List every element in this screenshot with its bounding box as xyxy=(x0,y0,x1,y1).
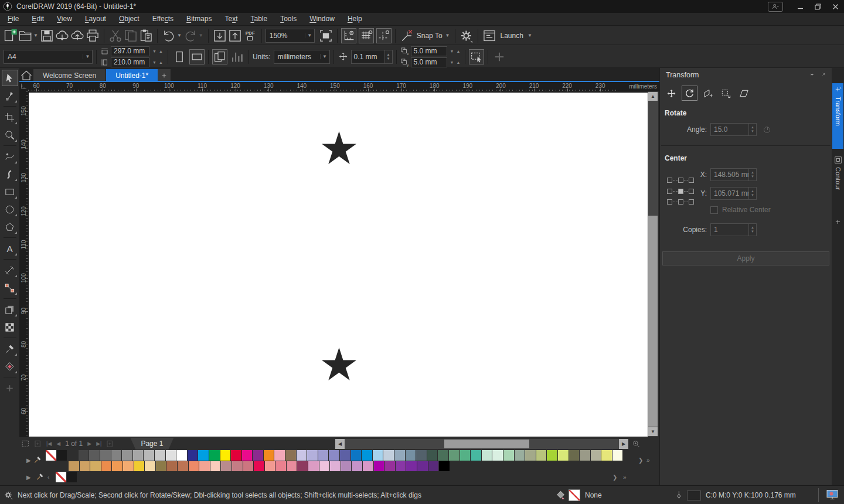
palette-swatch[interactable] xyxy=(394,450,405,461)
scroll-down-button[interactable]: ▼ xyxy=(648,427,658,436)
palette-swatch[interactable] xyxy=(297,450,307,461)
palette-swatch[interactable] xyxy=(275,461,286,472)
center-y-spinner[interactable]: ▲▼ xyxy=(749,187,757,200)
palette-swatch[interactable] xyxy=(189,461,199,472)
duplicate-x-spinner[interactable]: ▼▲ xyxy=(449,49,462,53)
palette-swatch[interactable] xyxy=(242,450,253,461)
palette-swatch[interactable] xyxy=(166,450,176,461)
palette-swatch[interactable] xyxy=(536,450,547,461)
scroll-left-button[interactable]: ◀ xyxy=(335,439,345,449)
menu-item-edit[interactable]: Edit xyxy=(25,13,50,25)
freehand-tool[interactable] xyxy=(2,148,18,165)
color-proof-monitor-icon[interactable] xyxy=(826,489,839,500)
add-tools[interactable] xyxy=(2,380,18,396)
palette-swatch[interactable] xyxy=(69,461,79,472)
cloud-download-button[interactable] xyxy=(55,28,70,43)
palette-swatch[interactable] xyxy=(274,450,285,461)
palette-swatch[interactable] xyxy=(591,450,601,461)
snap-to-dropdown[interactable]: ▼ xyxy=(445,33,450,38)
pick-tool[interactable] xyxy=(2,70,18,86)
palette-swatch[interactable] xyxy=(198,450,209,461)
mini-palette-expand-arrow[interactable]: » xyxy=(623,474,627,481)
palette-swatch[interactable] xyxy=(612,450,623,461)
palette-swatch[interactable] xyxy=(188,450,198,461)
show-guidelines-button[interactable] xyxy=(376,28,392,43)
snap-disable-button[interactable] xyxy=(399,28,414,43)
palette-swatch[interactable] xyxy=(166,461,177,472)
document-palette-swatch[interactable] xyxy=(67,472,77,482)
all-pages-button[interactable] xyxy=(212,49,227,64)
docker-close-icon[interactable] xyxy=(822,72,828,79)
restore-button[interactable] xyxy=(809,0,826,13)
anchor-point-grid[interactable] xyxy=(667,178,694,205)
palette-swatch[interactable] xyxy=(100,450,111,461)
center-x-spinner[interactable]: ▲▼ xyxy=(749,168,757,181)
ellipse-tool[interactable] xyxy=(2,201,18,217)
size-mode-button[interactable] xyxy=(718,86,734,101)
copies-spinner[interactable]: ▲▼ xyxy=(749,223,757,236)
center-y-input[interactable]: 105.071 mm xyxy=(710,187,749,200)
page-height-spinner[interactable]: ▼▲ xyxy=(151,60,164,64)
palette-swatch[interactable] xyxy=(178,461,188,472)
palette-swatch[interactable] xyxy=(265,461,275,472)
duplicate-x-input[interactable]: 5.0 mm xyxy=(411,46,447,56)
palette-swatch[interactable] xyxy=(383,450,394,461)
menu-item-view[interactable]: View xyxy=(50,13,79,25)
palette-swatch[interactable] xyxy=(439,461,450,472)
page-height-input[interactable]: 210.0 mm xyxy=(111,57,149,67)
palette-swatch[interactable] xyxy=(232,461,243,472)
palette-swatch[interactable] xyxy=(396,461,406,472)
palette-swatch[interactable] xyxy=(112,461,122,472)
palette-swatch[interactable] xyxy=(231,450,241,461)
fill-none-swatch[interactable] xyxy=(569,489,580,501)
palette-swatch[interactable] xyxy=(406,450,416,461)
palette-swatch[interactable] xyxy=(427,450,438,461)
units-combo[interactable]: millimeters ▼ xyxy=(274,50,330,64)
palette-next-arrow[interactable]: ❯ xyxy=(638,457,643,464)
mini-palette-arrow[interactable]: ▶ xyxy=(26,474,31,481)
palette-swatch[interactable] xyxy=(101,461,112,472)
minimize-button[interactable] xyxy=(791,0,809,13)
palette-swatch[interactable] xyxy=(330,461,341,472)
page-size-combo[interactable]: A4 ▼ xyxy=(4,50,93,64)
palette-swatch[interactable] xyxy=(122,450,132,461)
docker-tab-contour[interactable]: Contour xyxy=(832,154,843,212)
skew-mode-button[interactable] xyxy=(736,86,752,101)
redo-button[interactable] xyxy=(183,28,198,43)
undo-dropdown[interactable]: ▼ xyxy=(177,33,182,38)
interactive-fill-tool[interactable] xyxy=(2,358,18,374)
anchor-point[interactable] xyxy=(689,189,694,194)
zoom-tool[interactable] xyxy=(2,127,18,143)
palette-swatch[interactable] xyxy=(221,461,232,472)
palette-swatch[interactable] xyxy=(547,450,557,461)
zoom-to-fit-button[interactable] xyxy=(632,440,641,449)
transparency-tool[interactable] xyxy=(2,319,18,335)
show-rulers-button[interactable] xyxy=(341,28,356,43)
artistic-media-tool[interactable] xyxy=(2,166,18,182)
cut-button[interactable] xyxy=(108,28,123,43)
palette-scroll-arrow[interactable]: ▶ xyxy=(26,457,31,464)
customize-plus-button[interactable] xyxy=(492,49,507,64)
drop-shadow-tool[interactable] xyxy=(2,301,18,318)
mini-palette-eyedropper-icon[interactable] xyxy=(36,472,45,481)
palette-swatch[interactable] xyxy=(449,450,460,461)
palette-swatch[interactable] xyxy=(264,450,274,461)
palette-swatch[interactable] xyxy=(319,461,330,472)
fullscreen-preview-button[interactable] xyxy=(318,28,333,43)
palette-swatch[interactable] xyxy=(209,450,220,461)
anchor-point[interactable] xyxy=(678,199,683,205)
menu-item-bitmaps[interactable]: Bitmaps xyxy=(180,13,218,25)
menu-item-window[interactable]: Window xyxy=(303,13,341,25)
palette-swatch[interactable] xyxy=(243,461,254,472)
palette-swatch[interactable] xyxy=(363,461,373,472)
angle-dial-icon[interactable] xyxy=(764,127,770,133)
palette-swatch[interactable] xyxy=(123,461,134,472)
duplicate-y-spinner[interactable]: ▼▲ xyxy=(449,60,462,64)
save-button[interactable] xyxy=(39,28,55,43)
palette-swatch[interactable] xyxy=(558,450,569,461)
launch-icon[interactable] xyxy=(482,28,497,43)
status-gear-icon[interactable] xyxy=(4,490,13,500)
relative-center-checkbox[interactable] xyxy=(710,206,718,214)
paste-button[interactable] xyxy=(138,28,154,43)
palette-swatch[interactable] xyxy=(428,461,439,472)
